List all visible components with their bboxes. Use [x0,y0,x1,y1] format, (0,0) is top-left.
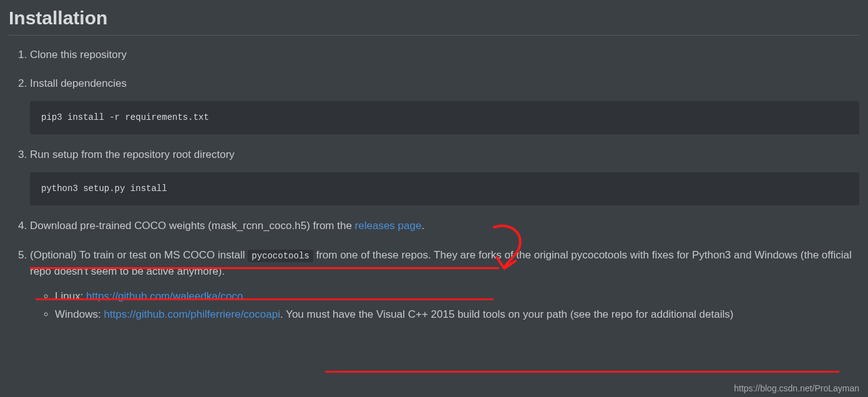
step-5-text-a: (Optional) To train or test on MS COCO i… [30,249,248,261]
step-1: Clone this repository [30,47,859,63]
annotation-underline-3 [325,371,839,373]
step-4-text-pre: Download pre-trained COCO weights (mask_… [30,220,355,232]
step-3-text: Run setup from the repository root direc… [30,149,235,160]
sublist-linux: Linux: https://github.com/waleedka/coco [55,288,859,305]
step-4: Download pre-trained COCO weights (mask_… [30,218,859,234]
step-2: Install dependencies pip3 install -r req… [30,76,859,134]
windows-label: Windows: [55,308,104,320]
annotation-underline-1 [30,267,499,269]
step-2-text: Install dependencies [30,77,127,89]
step-1-text: Clone this repository [30,49,127,61]
linux-label: Linux: [55,290,86,302]
inline-code-pycocotools: pycocotools [248,250,313,262]
step-3: Run setup from the repository root direc… [30,147,859,205]
releases-page-link[interactable]: releases page [355,220,422,232]
repo-sublist: Linux: https://github.com/waleedka/coco … [30,288,859,323]
code-block-pip: pip3 install -r requirements.txt [30,101,859,135]
page-heading: Installation [9,7,859,36]
windows-note: . You must have the Visual C++ 2015 buil… [280,308,733,320]
step-4-text-post: . [421,220,424,232]
watermark-text: https://blog.csdn.net/ProLayman [734,383,859,393]
code-block-setup: python3 setup.py install [30,172,859,206]
linux-repo-link[interactable]: https://github.com/waleedka/coco [86,290,243,302]
installation-steps: Clone this repository Install dependenci… [9,47,859,323]
windows-repo-link[interactable]: https://github.com/philferriere/cocoapi [104,308,280,320]
step-5: (Optional) To train or test on MS COCO i… [30,247,859,323]
sublist-windows: Windows: https://github.com/philferriere… [55,306,859,323]
annotation-underline-2 [36,298,494,300]
